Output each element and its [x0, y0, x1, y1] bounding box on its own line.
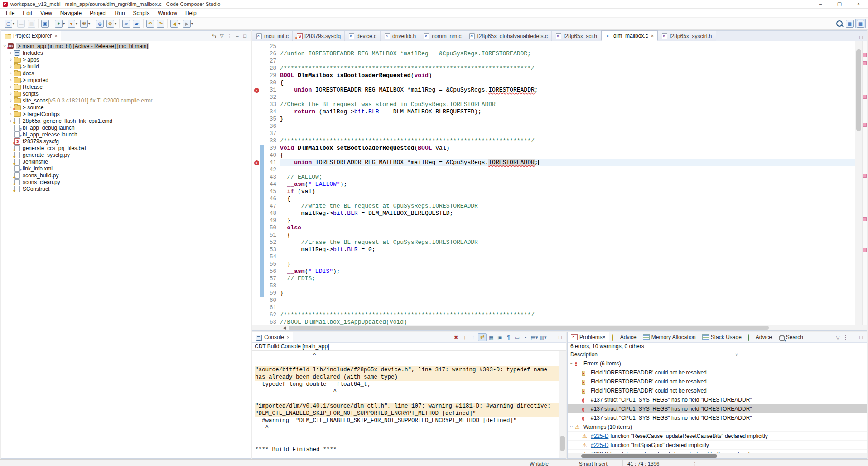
tree-item[interactable]: ◆scons_clean.py: [1, 179, 251, 185]
editor-tab-comm-nm-c[interactable]: ccomm_nm.c: [420, 31, 465, 41]
code-area[interactable]: 2526//union IORESTOREADDR_REG_MAILBOX *m…: [252, 41, 855, 325]
chevron-icon[interactable]: ›: [569, 423, 574, 431]
menu-edit[interactable]: Edit: [19, 10, 36, 16]
show-error-in-editor-icon[interactable]: ⇄: [478, 333, 487, 341]
problem-link[interactable]: #225-D: [591, 442, 608, 448]
tab-search[interactable]: Search: [775, 332, 806, 342]
problem-row[interactable]: ×Field 'IORESTOREADDR' could not be reso…: [568, 377, 867, 386]
problem-row[interactable]: ×#137 struct "CPU1_SYS_REGS" has no fiel…: [568, 395, 867, 404]
new-wizard-icon[interactable]: ▢▾: [4, 19, 15, 28]
tree-item-root[interactable]: ›ccs×> main_app (in mc_bl) [Active - Rel…: [1, 43, 251, 49]
editor-tab-driverlib-h[interactable]: hdriverlib.h: [381, 31, 420, 41]
tab-memory-allocation[interactable]: Memory Allocation: [640, 332, 699, 342]
chevron-icon[interactable]: ›: [8, 84, 14, 89]
code-line[interactable]: 45 if (val): [252, 188, 855, 195]
code-line[interactable]: 51 {: [252, 232, 855, 239]
menu-scripts[interactable]: Scripts: [129, 10, 154, 16]
code-line[interactable]: 37: [252, 130, 855, 137]
open-element-icon[interactable]: ▱: [121, 19, 131, 28]
show-view-icon[interactable]: ▣: [40, 19, 50, 28]
search-icon[interactable]: [835, 19, 844, 28]
error-overview-mark[interactable]: [863, 53, 867, 57]
code-line[interactable]: 59}: [252, 290, 855, 297]
tab-console[interactable]: Console ×: [252, 332, 293, 342]
problem-row[interactable]: ⚠#225-Dfunction "InitSpiaGpio" declared …: [568, 441, 867, 450]
minimize-icon[interactable]: –: [548, 334, 555, 341]
editor-tab-dlm-mailbox-c[interactable]: cdlm_mailbox.c×: [601, 30, 658, 41]
code-line[interactable]: 61: [252, 304, 855, 311]
editor-vertical-scrollbar[interactable]: [855, 41, 862, 325]
code-line[interactable]: 28/*************************************…: [252, 65, 855, 72]
code-line[interactable]: 32: [252, 94, 855, 101]
minimize-icon[interactable]: –: [849, 334, 857, 341]
tree-item[interactable]: ?link_info.xml: [1, 165, 251, 172]
problem-row[interactable]: ×Field 'IORESTOREADDR' could not be reso…: [568, 386, 867, 395]
code-line[interactable]: 33//Check the BL request was stored in C…: [252, 101, 855, 108]
editor-tab-f28379s-syscfg[interactable]: S×f28379s.syscfg: [293, 31, 345, 41]
code-line[interactable]: 60: [252, 297, 855, 304]
code-line[interactable]: 57 // EDIS;: [252, 275, 855, 282]
menu-project[interactable]: Project: [86, 10, 111, 16]
code-line[interactable]: 40{: [252, 152, 855, 159]
dropdown-arrow-icon[interactable]: ▾: [115, 22, 116, 26]
chevron-icon[interactable]: ›: [569, 360, 574, 367]
editor-tab-f28p65x-sci-h[interactable]: hf28p65x_sci.h: [552, 31, 601, 41]
code-line[interactable]: 36: [252, 123, 855, 130]
code-line[interactable]: 46 {: [252, 195, 855, 203]
pin-console-icon[interactable]: ▪: [522, 334, 530, 341]
problem-link[interactable]: #225-D: [591, 433, 608, 439]
maximize-icon[interactable]: □: [857, 34, 865, 41]
problems-column-header[interactable]: Description ∨: [568, 350, 867, 359]
problem-row[interactable]: ×#137 struct "CPU1_SYS_REGS" has no fiel…: [568, 413, 867, 422]
code-line[interactable]: 56 __asm(" EDIS");: [252, 268, 855, 275]
code-line[interactable]: 35}: [252, 116, 855, 123]
code-line[interactable]: 49 }: [252, 217, 855, 224]
problem-row[interactable]: ›⚠Warnings (10 items): [568, 422, 867, 432]
code-line[interactable]: 48 mailReg->bit.BLR = DLM_MAILBOX_BLREQU…: [252, 210, 855, 217]
tree-item[interactable]: ›site_scons [v5.0.3 c182101] fix TI C200…: [1, 97, 251, 104]
maximize-icon[interactable]: □: [241, 32, 249, 39]
menu-run[interactable]: Run: [111, 10, 129, 16]
tree-item[interactable]: ◆scons_build.py: [1, 172, 251, 179]
code-line[interactable]: 38/*************************************…: [252, 137, 855, 145]
code-line[interactable]: 52 //Erase the BL request at CpuSysRegs.…: [252, 239, 855, 246]
dropdown-arrow-icon[interactable]: ▾: [13, 22, 14, 26]
dropdown-arrow-icon[interactable]: ▾: [63, 22, 65, 26]
view-menu-icon[interactable]: ⋮: [226, 32, 233, 39]
tab-advice[interactable]: Advice: [609, 332, 640, 342]
close-icon[interactable]: ×: [603, 334, 606, 340]
menu-window[interactable]: Window: [154, 10, 181, 16]
editor-tab-f28p65x-sysctrl-h[interactable]: hf28p65x_sysctrl.h: [658, 31, 716, 41]
tree-item[interactable]: ›?> build: [1, 63, 251, 70]
display-selected-console-icon[interactable]: ▤▾: [530, 334, 538, 341]
editor-tab-mcu-init-c[interactable]: cmcu_init.c: [252, 31, 293, 41]
chevron-icon[interactable]: ›: [8, 78, 14, 83]
scan-icon[interactable]: ◎: [95, 19, 105, 28]
code-line[interactable]: 25: [252, 43, 855, 50]
tab-stack-usage[interactable]: Stack Usage: [699, 332, 745, 342]
dropdown-arrow-icon[interactable]: ▾: [88, 22, 90, 26]
code-line[interactable]: 47 //Write the BL request at CpuSysRegs.…: [252, 203, 855, 210]
tree-item[interactable]: ›Includes: [1, 49, 251, 56]
tab-advice[interactable]: Advice: [745, 332, 775, 342]
code-line[interactable]: 34 return (mailReg->bit.BLR == DLM_MAILB…: [252, 108, 855, 116]
code-line[interactable]: 62/*************************************…: [252, 311, 855, 319]
tree-item[interactable]: ◆Jenkinsfile: [1, 158, 251, 165]
code-line[interactable]: 26//union IORESTOREADDR_REG_MAILBOX *mai…: [252, 50, 855, 58]
tree-item[interactable]: ›scripts: [1, 90, 251, 97]
scroll-left-icon[interactable]: ◀: [281, 325, 288, 330]
menu-file[interactable]: File: [2, 10, 19, 16]
dropdown-arrow-icon[interactable]: ▾: [178, 22, 180, 26]
error-overview-mark[interactable]: [863, 174, 867, 178]
maximize-icon[interactable]: □: [556, 334, 564, 341]
launch-config-icon[interactable]: ⚙▾: [106, 19, 117, 28]
chevron-icon[interactable]: ›: [2, 43, 7, 49]
editor-tab-device-c[interactable]: cdevice.c: [345, 31, 381, 41]
next-error-icon[interactable]: ↓: [461, 334, 468, 341]
error-overview-mark[interactable]: [863, 61, 867, 65]
chevron-icon[interactable]: ›: [8, 50, 14, 55]
tree-item[interactable]: ◆generate_ccs_prj_files.bat: [1, 145, 251, 151]
flash-icon[interactable]: ▼▾: [67, 19, 78, 28]
filter-icon[interactable]: ▽: [834, 334, 842, 341]
undo-icon[interactable]: ↶: [145, 19, 155, 28]
